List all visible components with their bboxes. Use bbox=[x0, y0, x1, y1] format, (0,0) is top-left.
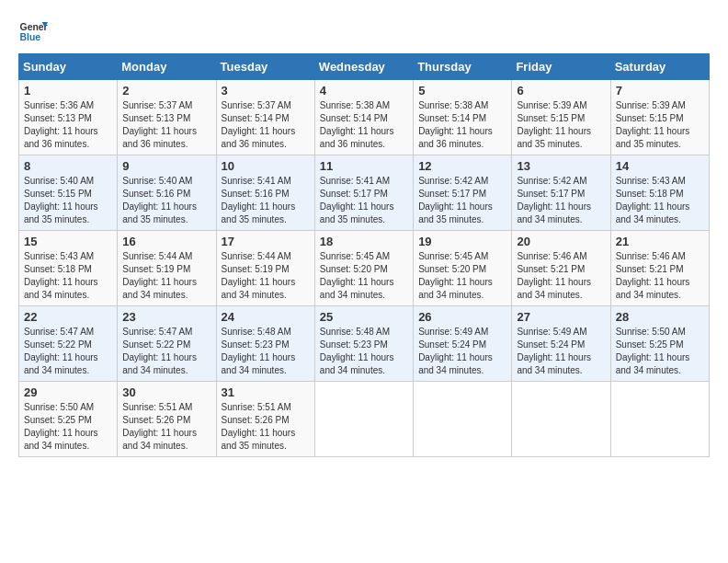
day-number: 20 bbox=[517, 235, 605, 248]
day-number: 2 bbox=[122, 84, 210, 98]
empty-cell bbox=[414, 382, 512, 457]
calendar-day-1: 1 Sunrise: 5:36 AMSunset: 5:13 PMDayligh… bbox=[19, 80, 118, 155]
day-number: 29 bbox=[24, 385, 112, 399]
calendar-day-23: 23 Sunrise: 5:47 AMSunset: 5:22 PMDaylig… bbox=[118, 306, 216, 382]
day-number: 21 bbox=[616, 235, 704, 248]
calendar-day-29: 29 Sunrise: 5:50 AMSunset: 5:25 PMDaylig… bbox=[19, 382, 118, 457]
calendar-day-13: 13 Sunrise: 5:42 AMSunset: 5:17 PMDaylig… bbox=[512, 155, 610, 231]
calendar-day-14: 14 Sunrise: 5:43 AMSunset: 5:18 PMDaylig… bbox=[610, 155, 709, 231]
day-info: Sunrise: 5:43 AMSunset: 5:18 PMDaylight:… bbox=[616, 176, 690, 224]
day-info: Sunrise: 5:51 AMSunset: 5:26 PMDaylight:… bbox=[222, 402, 296, 451]
day-number: 31 bbox=[222, 385, 310, 399]
day-info: Sunrise: 5:38 AMSunset: 5:14 PMDaylight:… bbox=[418, 100, 493, 149]
day-number: 11 bbox=[320, 159, 408, 173]
day-number: 22 bbox=[24, 310, 112, 324]
calendar-day-8: 8 Sunrise: 5:40 AMSunset: 5:15 PMDayligh… bbox=[19, 155, 118, 231]
day-number: 10 bbox=[222, 159, 310, 173]
calendar-day-18: 18 Sunrise: 5:45 AMSunset: 5:20 PMDaylig… bbox=[314, 231, 413, 306]
day-info: Sunrise: 5:49 AMSunset: 5:24 PMDaylight:… bbox=[517, 327, 591, 375]
day-info: Sunrise: 5:50 AMSunset: 5:25 PMDaylight:… bbox=[24, 402, 98, 451]
day-number: 26 bbox=[418, 310, 506, 324]
weekday-header-thursday: Thursday bbox=[414, 54, 512, 80]
day-info: Sunrise: 5:41 AMSunset: 5:17 PMDaylight:… bbox=[320, 176, 394, 224]
calendar-day-10: 10 Sunrise: 5:41 AMSunset: 5:16 PMDaylig… bbox=[216, 155, 314, 231]
day-number: 14 bbox=[616, 159, 704, 173]
day-number: 4 bbox=[320, 84, 408, 98]
header-row: SundayMondayTuesdayWednesdayThursdayFrid… bbox=[19, 54, 710, 80]
day-info: Sunrise: 5:44 AMSunset: 5:19 PMDaylight:… bbox=[122, 251, 197, 300]
day-number: 24 bbox=[222, 310, 310, 324]
day-info: Sunrise: 5:49 AMSunset: 5:24 PMDaylight:… bbox=[418, 327, 493, 375]
weekday-header-tuesday: Tuesday bbox=[216, 54, 314, 80]
calendar-day-20: 20 Sunrise: 5:46 AMSunset: 5:21 PMDaylig… bbox=[512, 231, 610, 306]
day-info: Sunrise: 5:40 AMSunset: 5:15 PMDaylight:… bbox=[24, 176, 98, 224]
day-number: 1 bbox=[24, 84, 112, 98]
calendar-day-12: 12 Sunrise: 5:42 AMSunset: 5:17 PMDaylig… bbox=[414, 155, 512, 231]
empty-cell bbox=[512, 382, 610, 457]
calendar-day-4: 4 Sunrise: 5:38 AMSunset: 5:14 PMDayligh… bbox=[314, 80, 413, 155]
day-info: Sunrise: 5:45 AMSunset: 5:20 PMDaylight:… bbox=[320, 251, 394, 300]
day-info: Sunrise: 5:37 AMSunset: 5:14 PMDaylight:… bbox=[222, 100, 296, 149]
calendar-day-22: 22 Sunrise: 5:47 AMSunset: 5:22 PMDaylig… bbox=[19, 306, 118, 382]
day-info: Sunrise: 5:41 AMSunset: 5:16 PMDaylight:… bbox=[222, 176, 296, 224]
day-number: 23 bbox=[122, 310, 210, 324]
weekday-header-friday: Friday bbox=[512, 54, 610, 80]
day-number: 17 bbox=[222, 235, 310, 248]
day-info: Sunrise: 5:48 AMSunset: 5:23 PMDaylight:… bbox=[222, 327, 296, 375]
svg-text:Blue: Blue bbox=[20, 32, 41, 42]
calendar-day-11: 11 Sunrise: 5:41 AMSunset: 5:17 PMDaylig… bbox=[314, 155, 413, 231]
calendar-day-28: 28 Sunrise: 5:50 AMSunset: 5:25 PMDaylig… bbox=[610, 306, 709, 382]
day-number: 27 bbox=[517, 310, 605, 324]
day-info: Sunrise: 5:47 AMSunset: 5:22 PMDaylight:… bbox=[24, 327, 98, 375]
calendar-week-3: 15 Sunrise: 5:43 AMSunset: 5:18 PMDaylig… bbox=[19, 231, 710, 306]
day-number: 28 bbox=[616, 310, 704, 324]
day-info: Sunrise: 5:42 AMSunset: 5:17 PMDaylight:… bbox=[517, 176, 591, 224]
calendar-week-1: 1 Sunrise: 5:36 AMSunset: 5:13 PMDayligh… bbox=[19, 80, 710, 155]
day-number: 16 bbox=[122, 235, 210, 248]
calendar-day-7: 7 Sunrise: 5:39 AMSunset: 5:15 PMDayligh… bbox=[610, 80, 709, 155]
day-info: Sunrise: 5:45 AMSunset: 5:20 PMDaylight:… bbox=[418, 251, 493, 300]
day-number: 25 bbox=[320, 310, 408, 324]
weekday-header-sunday: Sunday bbox=[19, 54, 118, 80]
day-info: Sunrise: 5:40 AMSunset: 5:16 PMDaylight:… bbox=[122, 176, 197, 224]
calendar-table: SundayMondayTuesdayWednesdayThursdayFrid… bbox=[18, 53, 710, 457]
calendar-day-21: 21 Sunrise: 5:46 AMSunset: 5:21 PMDaylig… bbox=[610, 231, 709, 306]
calendar-day-25: 25 Sunrise: 5:48 AMSunset: 5:23 PMDaylig… bbox=[314, 306, 413, 382]
day-info: Sunrise: 5:36 AMSunset: 5:13 PMDaylight:… bbox=[24, 100, 98, 149]
day-info: Sunrise: 5:50 AMSunset: 5:25 PMDaylight:… bbox=[616, 327, 690, 375]
calendar-day-17: 17 Sunrise: 5:44 AMSunset: 5:19 PMDaylig… bbox=[216, 231, 314, 306]
calendar-week-2: 8 Sunrise: 5:40 AMSunset: 5:15 PMDayligh… bbox=[19, 155, 710, 231]
logo-icon: General Blue bbox=[18, 18, 48, 44]
weekday-header-saturday: Saturday bbox=[610, 54, 709, 80]
day-number: 30 bbox=[122, 385, 210, 399]
day-number: 9 bbox=[122, 159, 210, 173]
logo: General Blue bbox=[18, 18, 51, 44]
day-number: 13 bbox=[517, 159, 605, 173]
calendar-day-19: 19 Sunrise: 5:45 AMSunset: 5:20 PMDaylig… bbox=[414, 231, 512, 306]
calendar-day-9: 9 Sunrise: 5:40 AMSunset: 5:16 PMDayligh… bbox=[118, 155, 216, 231]
day-info: Sunrise: 5:51 AMSunset: 5:26 PMDaylight:… bbox=[122, 402, 197, 451]
calendar-week-4: 22 Sunrise: 5:47 AMSunset: 5:22 PMDaylig… bbox=[19, 306, 710, 382]
empty-cell bbox=[314, 382, 413, 457]
weekday-header-monday: Monday bbox=[118, 54, 216, 80]
calendar-day-26: 26 Sunrise: 5:49 AMSunset: 5:24 PMDaylig… bbox=[414, 306, 512, 382]
calendar-day-31: 31 Sunrise: 5:51 AMSunset: 5:26 PMDaylig… bbox=[216, 382, 314, 457]
day-info: Sunrise: 5:38 AMSunset: 5:14 PMDaylight:… bbox=[320, 100, 394, 149]
empty-cell bbox=[610, 382, 709, 457]
calendar-day-6: 6 Sunrise: 5:39 AMSunset: 5:15 PMDayligh… bbox=[512, 80, 610, 155]
day-number: 12 bbox=[418, 159, 506, 173]
day-number: 6 bbox=[517, 84, 605, 98]
header: General Blue bbox=[18, 18, 710, 44]
calendar-week-5: 29 Sunrise: 5:50 AMSunset: 5:25 PMDaylig… bbox=[19, 382, 710, 457]
day-number: 3 bbox=[222, 84, 310, 98]
calendar-day-5: 5 Sunrise: 5:38 AMSunset: 5:14 PMDayligh… bbox=[414, 80, 512, 155]
calendar-day-30: 30 Sunrise: 5:51 AMSunset: 5:26 PMDaylig… bbox=[118, 382, 216, 457]
calendar-day-2: 2 Sunrise: 5:37 AMSunset: 5:13 PMDayligh… bbox=[118, 80, 216, 155]
day-info: Sunrise: 5:39 AMSunset: 5:15 PMDaylight:… bbox=[616, 100, 690, 149]
day-info: Sunrise: 5:48 AMSunset: 5:23 PMDaylight:… bbox=[320, 327, 394, 375]
day-info: Sunrise: 5:43 AMSunset: 5:18 PMDaylight:… bbox=[24, 251, 98, 300]
calendar-day-3: 3 Sunrise: 5:37 AMSunset: 5:14 PMDayligh… bbox=[216, 80, 314, 155]
day-number: 8 bbox=[24, 159, 112, 173]
day-number: 15 bbox=[24, 235, 112, 248]
day-info: Sunrise: 5:39 AMSunset: 5:15 PMDaylight:… bbox=[517, 100, 591, 149]
